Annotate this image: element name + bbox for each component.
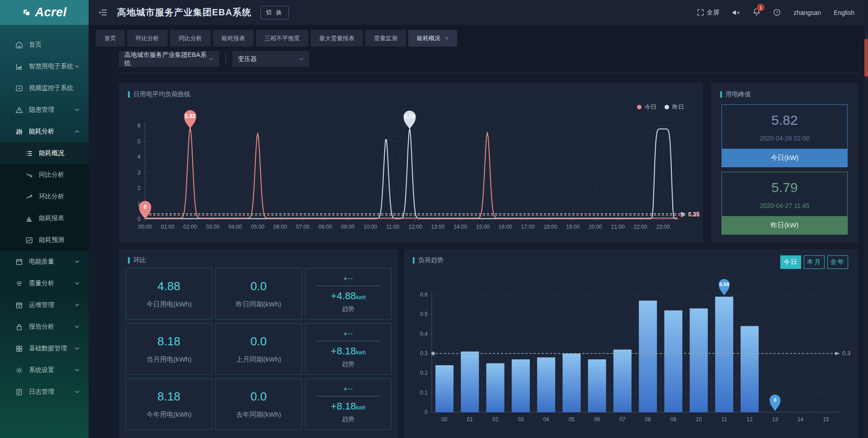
- collapse-menu-icon[interactable]: [99, 9, 107, 16]
- sidebar-item-报告分析[interactable]: 报告分析: [0, 316, 89, 338]
- svg-text:10:00: 10:00: [363, 224, 377, 230]
- svg-text:02:00: 02:00: [184, 224, 197, 230]
- svg-text:06:00: 06:00: [274, 224, 287, 230]
- notification-badge: 1: [757, 4, 764, 11]
- range-button-全年[interactable]: 全年: [827, 255, 848, 269]
- range-button-本月[interactable]: 本月: [804, 255, 825, 269]
- tab-首页[interactable]: 首页: [96, 30, 125, 47]
- energy-icon: [15, 128, 23, 136]
- svg-text:0.59: 0.59: [719, 282, 729, 287]
- svg-text:11:00: 11:00: [386, 224, 399, 230]
- demand-icon: [15, 280, 23, 287]
- device-select-value: 变压器: [238, 55, 257, 63]
- chart-marker-pin: 0: [769, 395, 780, 411]
- tab-close-icon[interactable]: ×: [445, 35, 448, 42]
- svg-text:04: 04: [543, 416, 549, 423]
- card-label: 上月同期(kWh): [236, 355, 281, 364]
- svg-text:16:00: 16:00: [499, 224, 512, 230]
- mute-icon[interactable]: [732, 9, 740, 16]
- load-trend-panel: 负荷趋势 今日本月全年 00.10.20.30.40.50.6000102030…: [404, 249, 858, 438]
- vertical-scrollbar[interactable]: [864, 0, 868, 438]
- tab-label: 首页: [104, 34, 116, 42]
- svg-text:02: 02: [492, 416, 499, 423]
- notifications-button[interactable]: 1: [753, 8, 760, 17]
- chevron-down-icon: [75, 65, 80, 68]
- sidebar-item-隐患管理[interactable]: 隐患管理: [0, 99, 89, 121]
- sidebar-item-系统设置[interactable]: 系统设置: [0, 359, 89, 381]
- sidebar-item-日志管理[interactable]: 日志管理: [0, 381, 89, 403]
- trend-label: 趋势: [342, 415, 354, 424]
- fullscreen-button[interactable]: 全屏: [697, 9, 719, 17]
- sidebar-subitem-能耗报表[interactable]: 能耗报表: [0, 207, 89, 229]
- sidebar-subitem-能耗概况[interactable]: 能耗概况: [0, 142, 89, 164]
- sidebar-item-首页[interactable]: 首页: [0, 34, 89, 56]
- sidebar-item-需量分析[interactable]: 需量分析: [0, 273, 89, 294]
- svg-text:03: 03: [518, 416, 524, 423]
- report-icon: [15, 323, 23, 331]
- home-icon: [15, 41, 23, 49]
- tab-三相不平衡度[interactable]: 三相不平衡度: [256, 30, 308, 47]
- tab-label: 三相不平衡度: [264, 34, 300, 42]
- svg-text:0.3: 0.3: [842, 350, 850, 357]
- site-select[interactable]: 高地城市服务产业集团EBA系统: [119, 51, 219, 67]
- legend-item-昨日[interactable]: 昨日: [665, 103, 684, 111]
- sidebar-item-基础数据管理[interactable]: 基础数据管理: [0, 338, 89, 359]
- eba-dashboard: { "brand": { "logo_text": "Acrel" }, "he…: [0, 0, 868, 438]
- sidebar-item-电能质量[interactable]: 电能质量: [0, 251, 89, 273]
- help-icon[interactable]: ?: [773, 9, 781, 16]
- header-right: 全屏 1 ? zhangsan English: [697, 8, 854, 17]
- language-switch[interactable]: English: [834, 9, 854, 16]
- smart-power-icon: [15, 63, 23, 71]
- user-menu[interactable]: zhangsan: [793, 9, 821, 16]
- chevron-down-icon: [75, 303, 80, 307]
- svg-text:0.4: 0.4: [420, 331, 428, 337]
- sidebar-item-label: 需量分析: [29, 279, 54, 287]
- title-accent-bar: [128, 257, 130, 264]
- list-icon: [25, 150, 33, 157]
- sidebar-item-label: 日志管理: [29, 388, 54, 396]
- sidebar-subitem-环比分析[interactable]: 环比分析: [0, 186, 89, 207]
- tab-能耗概况[interactable]: 能耗概况×: [408, 30, 457, 47]
- acrel-logo-icon: [22, 8, 32, 18]
- sidebar-subitem-能耗预测[interactable]: 能耗预测: [0, 229, 89, 251]
- panel-title-text: 负荷趋势: [418, 256, 443, 264]
- card-value: 0.0: [250, 390, 267, 404]
- tab-需量监测[interactable]: 需量监测: [365, 30, 406, 47]
- peak-card-today: 5.82 2020-04-28 02:00 今日(kW): [722, 104, 848, 167]
- tab-最大需量报表[interactable]: 最大需量报表: [311, 30, 363, 47]
- svg-text:11: 11: [722, 416, 727, 423]
- sidebar-item-智慧用电子系统[interactable]: 智慧用电子系统: [0, 56, 89, 77]
- tab-label: 同比分析: [179, 34, 202, 42]
- ring-comparison-panel: 环比 4.88 今日用电(kWh)0.0 昨日同期(kWh)+-- +4.88k…: [119, 249, 398, 438]
- energy-value-card: 0.0 昨日同期(kWh): [215, 268, 302, 320]
- fullscreen-icon: [697, 9, 704, 16]
- scrollbar-thumb[interactable]: [864, 39, 868, 77]
- tab-同比分析[interactable]: 同比分析: [170, 30, 211, 47]
- load-trend-chart: 00.10.20.30.40.50.6000102030405060708091…: [404, 249, 858, 438]
- chevron-down-icon: [299, 57, 304, 61]
- sidebar-item-label: 能耗预测: [39, 236, 64, 244]
- svg-text:01: 01: [467, 416, 473, 423]
- svg-text:17:00: 17:00: [521, 224, 535, 230]
- sidebar-item-能耗分析[interactable]: 能耗分析: [0, 121, 89, 142]
- legend-item-今日[interactable]: 今日: [637, 103, 656, 111]
- sidebar-item-视频监控子系统[interactable]: 视频监控子系统: [0, 77, 89, 99]
- sidebar-item-运维管理[interactable]: 运维管理: [0, 294, 89, 316]
- card-label: 去年同期(kWh): [236, 410, 281, 419]
- tab-能耗报表[interactable]: 能耗报表: [213, 30, 254, 47]
- site-select-value: 高地城市服务产业集团EBA系统: [124, 51, 209, 67]
- device-select[interactable]: 变压器: [232, 51, 309, 67]
- svg-text:07: 07: [619, 416, 626, 423]
- sidebar: Acrel 首页智慧用电子系统视频监控子系统隐患管理能耗分析能耗概况同比分析环比…: [0, 0, 89, 438]
- range-button-今日[interactable]: 今日: [780, 255, 801, 269]
- card-label: 昨日同期(kWh): [236, 300, 281, 309]
- sidebar-subitem-同比分析[interactable]: 同比分析: [0, 164, 89, 186]
- trend-down-icon: [25, 171, 33, 179]
- peak-time: 2020-04-28 02:00: [722, 135, 847, 142]
- switch-button[interactable]: 切 换: [260, 6, 289, 19]
- svg-text:0: 0: [774, 397, 776, 403]
- trend-divider: [316, 396, 380, 396]
- peak-value: 5.79: [722, 180, 847, 195]
- chevron-down-icon: [75, 347, 80, 350]
- tab-环比分析[interactable]: 环比分析: [127, 30, 168, 47]
